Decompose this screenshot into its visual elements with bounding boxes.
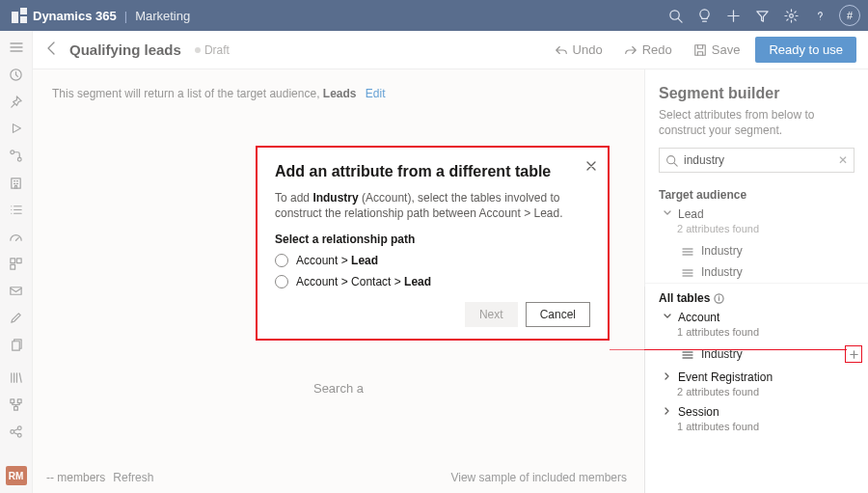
attr-account-industry[interactable]: Industry	[645, 343, 868, 365]
top-nav: Dynamics 365 | Marketing #	[0, 0, 868, 31]
empty-hint: Search a	[33, 381, 644, 396]
left-rail: RM	[0, 31, 33, 493]
session-node[interactable]: Session	[645, 403, 868, 421]
search-input[interactable]	[684, 153, 832, 167]
clear-search-icon[interactable]: ✕	[838, 153, 848, 167]
svg-rect-11	[13, 341, 20, 349]
field-icon	[682, 267, 693, 277]
attr-lead-industry-1[interactable]: Industry	[645, 240, 868, 261]
brand: Dynamics 365 | Marketing	[0, 8, 190, 23]
back-button[interactable]	[44, 41, 60, 59]
speed-icon[interactable]	[3, 226, 30, 247]
segment-description: This segment will return a list of the t…	[33, 69, 644, 110]
panel-title: Segment builder	[645, 69, 868, 108]
app-area-name[interactable]: Marketing	[135, 9, 190, 23]
info-icon[interactable]	[714, 293, 724, 304]
svg-rect-7	[11, 258, 15, 262]
view-sample-link[interactable]: View sample of included members	[450, 471, 627, 484]
edit-icon[interactable]	[3, 307, 30, 328]
status-badge: Draft	[195, 43, 230, 57]
svg-rect-6	[12, 178, 20, 187]
dialog-body: To add Industry (Account), select the ta…	[275, 190, 590, 221]
svg-point-1	[789, 14, 793, 17]
share-icon[interactable]	[3, 421, 30, 442]
search-icon[interactable]	[662, 2, 689, 29]
session-count: 1 attributes found	[645, 421, 868, 438]
event-registration-node[interactable]: Event Registration	[645, 365, 868, 386]
segment-builder-panel: Segment builder Select attributes from b…	[644, 69, 868, 493]
svg-point-17	[17, 433, 21, 437]
building-icon[interactable]	[3, 172, 30, 193]
brand-separator: |	[124, 9, 127, 23]
waffle-icon[interactable]	[12, 8, 27, 23]
svg-rect-8	[16, 258, 21, 262]
list-icon[interactable]	[3, 199, 30, 220]
field-icon	[682, 349, 693, 359]
field-icon	[682, 246, 693, 256]
svg-point-16	[17, 425, 21, 429]
help-icon[interactable]	[806, 2, 833, 29]
play-icon[interactable]	[3, 118, 30, 139]
svg-point-15	[11, 429, 14, 433]
canvas-footer: -- members Refresh View sample of includ…	[33, 462, 640, 493]
copy-icon[interactable]	[3, 334, 30, 355]
lead-node[interactable]: Lead	[645, 205, 868, 223]
avatar[interactable]: #	[839, 5, 860, 26]
svg-point-2	[820, 18, 821, 19]
add-attribute-dialog: Add an attribute from a different table …	[256, 146, 610, 341]
svg-rect-18	[695, 44, 706, 55]
mail-icon[interactable]	[3, 280, 30, 301]
dialog-title: Add an attribute from a different table	[275, 163, 590, 180]
path-option-2[interactable]: Account > Contact > Lead	[275, 275, 590, 288]
svg-rect-9	[11, 264, 15, 269]
attribute-search[interactable]: ✕	[659, 148, 854, 173]
path-option-1[interactable]: Account > Lead	[275, 254, 590, 267]
svg-point-0	[669, 10, 678, 18]
account-count: 1 attributes found	[645, 326, 868, 343]
lead-count: 2 attributes found	[645, 223, 868, 240]
dialog-path-label: Select a relationship path	[275, 233, 590, 246]
chevron-right-icon	[663, 405, 672, 419]
chevron-down-icon	[663, 207, 672, 221]
close-icon[interactable]	[584, 159, 598, 176]
members-count: -- members	[46, 471, 105, 484]
journey-icon[interactable]	[3, 145, 30, 166]
command-bar: Qualifying leads Draft Undo Redo Save Re…	[33, 31, 868, 69]
next-button: Next	[465, 302, 518, 327]
save-button[interactable]: Save	[688, 39, 746, 61]
event-count: 2 attributes found	[645, 386, 868, 403]
recent-icon[interactable]	[3, 64, 30, 85]
refresh-link[interactable]: Refresh	[113, 471, 153, 484]
ready-to-use-button[interactable]: Ready to use	[755, 37, 856, 63]
attr-lead-industry-2[interactable]: Industry	[645, 261, 868, 283]
assistant-icon[interactable]	[691, 2, 718, 29]
pin-icon[interactable]	[3, 91, 30, 112]
account-node[interactable]: Account	[645, 309, 868, 326]
tree-icon[interactable]	[3, 394, 30, 415]
target-audience-header: Target audience	[645, 182, 868, 205]
area-switcher[interactable]: RM	[6, 466, 27, 485]
chevron-down-icon	[663, 311, 672, 324]
menu-icon[interactable]	[3, 37, 30, 58]
panel-description: Select attributes from below to construc…	[645, 108, 868, 148]
undo-button[interactable]: Undo	[549, 39, 609, 61]
add-icon[interactable]	[719, 2, 746, 29]
add-attribute-button[interactable]	[845, 345, 862, 363]
library-icon[interactable]	[3, 367, 30, 388]
chevron-right-icon	[663, 370, 672, 384]
redo-button[interactable]: Redo	[618, 39, 678, 61]
radio-icon	[275, 254, 288, 267]
settings-icon[interactable]	[777, 2, 804, 29]
blocks-icon[interactable]	[3, 253, 30, 274]
topnav-actions: #	[662, 2, 860, 29]
radio-icon	[275, 275, 288, 288]
svg-point-19	[667, 155, 675, 163]
search-icon	[665, 154, 678, 167]
all-tables-header: All tables	[645, 283, 868, 309]
cancel-button[interactable]: Cancel	[526, 302, 590, 327]
product-name: Dynamics 365	[33, 9, 117, 23]
status-dot-icon	[195, 47, 201, 53]
page-title: Qualifying leads	[69, 41, 181, 58]
filter-icon[interactable]	[748, 2, 775, 29]
edit-entity-link[interactable]: Edit	[366, 87, 386, 100]
